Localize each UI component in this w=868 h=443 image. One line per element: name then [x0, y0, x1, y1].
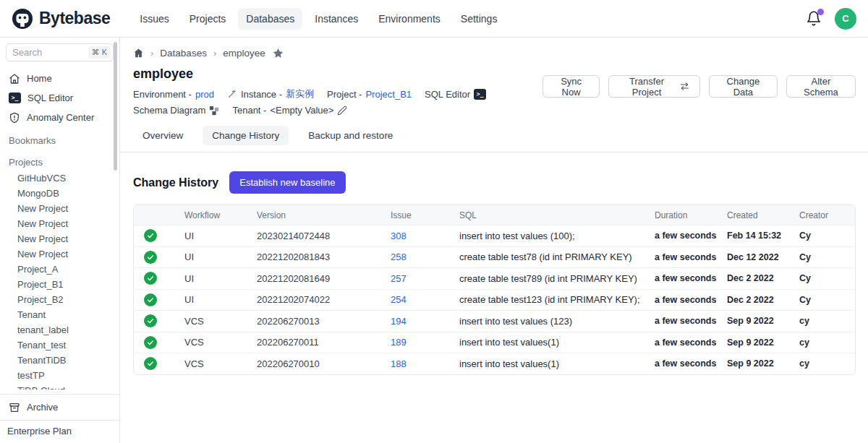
sql-cell: create table test123 (id int PRIMARY KEY… [459, 294, 655, 305]
nav-databases[interactable]: Databases [238, 8, 302, 30]
sidebar-item-archive[interactable]: Archive [6, 397, 114, 417]
change-history-row[interactable]: UI 20221202081843 258 create table test7… [134, 246, 855, 268]
search-box[interactable]: ⌘ K [6, 43, 114, 61]
page-header: employee Environment - prod [133, 66, 856, 116]
breadcrumb-databases[interactable]: Databases [160, 48, 207, 59]
meta-environment: Environment - prod [133, 89, 214, 100]
schema-diagram-label: Schema Diagram [133, 105, 205, 116]
sidebar-project-item[interactable]: GitHubVCS [6, 171, 114, 186]
sidebar-project-item[interactable]: Project_B2 [6, 292, 114, 307]
col-version: Version [257, 210, 391, 220]
check-circle-icon [144, 229, 157, 242]
sidebar-project-item[interactable]: tenant_label [6, 322, 114, 337]
creator-cell: Cy [799, 295, 855, 305]
issue-link[interactable]: 258 [391, 251, 459, 262]
main-content: › Databases › employee employee Environm… [120, 38, 868, 443]
alter-schema-button[interactable]: Alter Schema [786, 75, 856, 98]
sidebar-scroll-area: ⌘ K Home >_ SQL Editor [0, 43, 119, 390]
avatar[interactable]: C [835, 8, 856, 30]
breadcrumb-home-icon[interactable] [133, 48, 144, 59]
change-history-row[interactable]: VCS 202206270011 189 insert into test va… [134, 332, 855, 353]
creator-cell: Cy [799, 273, 855, 283]
status-cell [134, 293, 184, 306]
page-title: employee [133, 66, 542, 82]
creator-cell: cy [799, 316, 855, 326]
sidebar-project-item[interactable]: Project_B1 [6, 277, 114, 292]
col-issue: Issue [391, 210, 459, 220]
schema-diagram-link[interactable]: Schema Diagram [133, 105, 219, 116]
sidebar-project-item[interactable]: Tenant_test [6, 337, 114, 353]
tab-backup-and-restore[interactable]: Backup and restore [299, 126, 402, 145]
nav-issues[interactable]: Issues [132, 8, 176, 30]
status-cell [134, 251, 184, 264]
instance-link[interactable]: 新实例 [286, 87, 314, 100]
duration-cell: a few seconds [655, 337, 727, 348]
sidebar-project-item[interactable]: TiDB Cloud [6, 383, 114, 390]
change-history-row[interactable]: UI 20221202074022 254 create table test1… [134, 289, 855, 311]
change-history-row[interactable]: VCS 202206270010 188 insert into test va… [134, 353, 855, 374]
environment-link[interactable]: prod [195, 89, 214, 100]
change-history-row[interactable]: UI 20221202081649 257 create table test7… [134, 267, 855, 289]
change-history-row[interactable]: VCS 202206270013 194 insert into test va… [134, 310, 855, 332]
projects-section-label: Projects [6, 153, 114, 171]
workflow-cell: UI [184, 231, 257, 241]
app-window: Bytebase Issues Projects Databases Insta… [0, 0, 868, 443]
issue-link[interactable]: 194 [391, 316, 459, 327]
sidebar-project-item[interactable]: New Project [6, 231, 114, 246]
sidebar-project-item[interactable]: New Project [6, 201, 114, 216]
notification-dot [817, 9, 824, 15]
sidebar-item-sql-editor[interactable]: >_ SQL Editor [6, 88, 114, 108]
workflow-cell: VCS [184, 358, 257, 369]
home-icon [9, 73, 20, 85]
sql-cell: insert into test values(1) [459, 358, 655, 369]
sidebar-project-item[interactable]: Project_A [6, 262, 114, 277]
tab-overview[interactable]: Overview [133, 126, 192, 145]
check-circle-icon [144, 314, 157, 327]
sidebar-project-item[interactable]: New Project [6, 216, 114, 231]
meta-instance: Instance - 新实例 [227, 87, 314, 100]
check-circle-icon [144, 293, 157, 306]
sidebar-project-item[interactable]: testTP [6, 368, 114, 383]
status-cell [134, 314, 184, 327]
nav-instances[interactable]: Instances [307, 8, 366, 30]
bookmark-star-icon[interactable] [272, 47, 284, 59]
bytebase-logo-icon [12, 8, 33, 30]
sql-cell: create table test789 (id int PRIMARY KEY… [459, 273, 655, 284]
issue-link[interactable]: 257 [391, 273, 459, 284]
issue-link[interactable]: 189 [391, 337, 459, 348]
page-actions: Sync Now Transfer Project Change Data [542, 75, 856, 98]
sql-editor-link[interactable]: SQL Editor >_ [425, 89, 486, 100]
notifications-button[interactable] [806, 10, 823, 27]
navbar-right: C [806, 8, 856, 30]
brand-logo[interactable]: Bytebase [12, 8, 110, 30]
nav-environments[interactable]: Environments [370, 8, 448, 30]
sync-now-button[interactable]: Sync Now [542, 75, 600, 98]
breadcrumb-separator: › [150, 48, 153, 59]
tab-change-history[interactable]: Change History [203, 126, 289, 145]
nav-settings[interactable]: Settings [453, 8, 506, 30]
nav-projects[interactable]: Projects [182, 8, 234, 30]
issue-link[interactable]: 254 [391, 294, 459, 305]
sidebar-project-item[interactable]: TenantTiDB [6, 353, 114, 368]
edit-tenant-icon[interactable] [337, 106, 347, 116]
issue-link[interactable]: 188 [391, 358, 459, 369]
sql-cell: insert into test values(1) [459, 337, 655, 348]
change-data-label: Change Data [719, 76, 767, 98]
sidebar-item-home[interactable]: Home [6, 69, 114, 88]
breadcrumb-employee[interactable]: employee [223, 48, 265, 59]
sidebar-project-item[interactable]: MongoDB [6, 186, 114, 201]
instance-engine-icon [227, 89, 237, 99]
search-input[interactable] [12, 47, 77, 58]
version-cell: 202206270010 [257, 358, 391, 369]
issue-link[interactable]: 308 [391, 231, 459, 241]
transfer-project-button[interactable]: Transfer Project [608, 75, 700, 98]
sidebar-scrollbar[interactable] [114, 42, 117, 171]
sidebar-item-anomaly-center[interactable]: Anomaly Center [6, 108, 114, 127]
change-history-row[interactable]: UI 20230214072448 308 insert into test v… [134, 225, 855, 246]
establish-baseline-button[interactable]: Establish new baseline [229, 171, 345, 194]
sidebar-project-item[interactable]: Tenant [6, 307, 114, 322]
sidebar-project-item[interactable]: New Project [6, 246, 114, 262]
workflow-cell: UI [184, 273, 257, 284]
project-link[interactable]: Project_B1 [365, 89, 412, 100]
change-data-button[interactable]: Change Data [709, 75, 778, 98]
